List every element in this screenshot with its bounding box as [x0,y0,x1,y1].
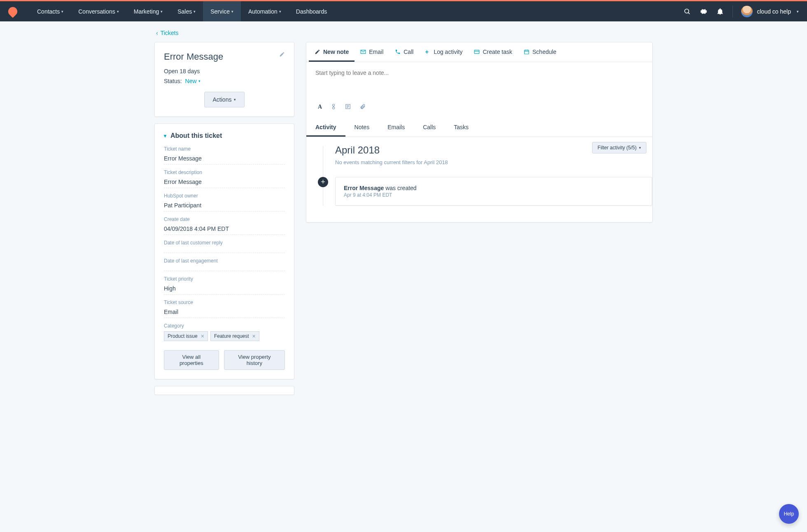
tab-label: New note [323,49,349,55]
nav-actions: cloud co help ▾ [683,6,799,17]
prop-label: Create date [164,216,285,222]
nav-dashboards[interactable]: Dashboards [289,1,335,21]
prop-create-date: Create date 04/09/2018 4:04 PM EDT [164,216,285,235]
prop-owner: HubSpot owner Pat Participant [164,193,285,211]
chevron-down-icon: ▾ [198,79,201,83]
nav-items: Contacts▾ Conversations▾ Marketing▾ Sale… [30,1,334,21]
tab-call[interactable]: Call [389,42,419,62]
event-time: Apr 9 at 4:04 PM EDT [344,192,644,198]
view-all-properties-button[interactable]: View all properties [164,350,219,370]
prop-label: Ticket name [164,146,285,152]
close-icon[interactable]: × [201,333,204,339]
prop-value[interactable] [164,247,285,253]
nav-marketing[interactable]: Marketing▾ [126,1,170,21]
event-action: was created [384,185,416,191]
tab-label: Schedule [532,49,556,55]
ticket-title: Error Message [164,51,285,62]
text-format-icon[interactable]: A [318,104,322,110]
status-label: Status: [164,78,182,84]
nav-sales[interactable]: Sales▾ [170,1,203,21]
back-link[interactable]: ‹ Tickets [156,30,653,36]
prop-value[interactable] [164,265,285,271]
tab-email[interactable]: Email [355,42,389,62]
link-icon[interactable] [331,104,336,110]
plus-icon[interactable]: + [318,177,328,187]
chevron-down-icon: ▾ [231,9,233,14]
actions-button[interactable]: Actions ▾ [204,92,245,107]
account-menu[interactable]: cloud co help ▾ [741,6,799,17]
plus-icon: + [425,48,431,55]
prop-value[interactable]: Pat Participant [164,200,285,211]
tab-create-task[interactable]: Create task [468,42,518,62]
divider [732,6,733,17]
subtab-emails[interactable]: Emails [378,118,414,137]
top-nav: Contacts▾ Conversations▾ Marketing▾ Sale… [0,1,807,21]
chevron-down-icon: ▾ [164,133,166,139]
prop-label: Category [164,323,285,329]
sub-tabs: Activity Notes Emails Calls Tasks [306,118,652,137]
category-tag: Product issue × [164,331,208,341]
tab-label: Log activity [434,49,462,55]
note-icon [315,49,320,55]
nav-label: Sales [177,8,192,15]
subtab-notes[interactable]: Notes [345,118,379,137]
prop-label: HubSpot owner [164,193,285,199]
bell-icon[interactable] [716,7,724,16]
help-label: Help [784,511,794,517]
chevron-down-icon: ▾ [61,9,63,14]
pencil-icon[interactable] [279,51,285,57]
close-icon[interactable]: × [252,333,256,339]
svg-point-0 [685,9,689,13]
envelope-icon [360,49,366,54]
prop-value[interactable]: Error Message [164,177,285,188]
about-toggle[interactable]: ▾ About this ticket [164,132,285,139]
collapsed-card[interactable] [154,386,294,395]
prop-ticket-description: Ticket description Error Message [164,170,285,188]
chevron-down-icon: ▾ [279,9,281,14]
tab-new-note[interactable]: New note [309,42,355,62]
status-dropdown[interactable]: New ▾ [185,78,201,84]
chevron-down-icon: ▾ [797,9,799,14]
nav-label: Service [210,8,230,15]
status-row: Status: New ▾ [164,78,285,84]
tab-log-activity[interactable]: + Log activity [419,42,468,62]
attachment-icon[interactable] [360,104,366,110]
prop-value[interactable]: High [164,283,285,295]
prop-category: Category Product issue × Feature request… [164,323,285,341]
hubspot-logo-icon[interactable] [6,5,19,18]
gear-icon[interactable] [700,7,708,16]
prop-priority: Ticket priority High [164,276,285,295]
prop-value[interactable]: Email [164,307,285,318]
prop-label: Ticket priority [164,276,285,282]
view-property-history-button[interactable]: View property history [224,350,285,370]
snippet-icon[interactable] [345,104,351,110]
event-card[interactable]: Error Message was created Apr 9 at 4:04 … [335,177,652,206]
timeline: Filter activity (5/5) ▾ April 2018 No ev… [306,137,652,222]
prop-source: Ticket source Email [164,300,285,318]
subtab-calls[interactable]: Calls [414,118,445,137]
nav-service[interactable]: Service▾ [203,1,241,21]
nav-conversations[interactable]: Conversations▾ [71,1,126,21]
nav-label: Marketing [134,8,159,15]
search-icon[interactable] [683,7,691,16]
tab-schedule[interactable]: Schedule [518,42,562,62]
event-subject: Error Message [344,185,384,191]
prop-value[interactable]: 04/09/2018 4:04 PM EDT [164,224,285,235]
subtab-activity[interactable]: Activity [306,118,345,137]
chevron-down-icon: ▾ [234,98,236,102]
action-tabs: New note Email Call [306,42,652,62]
tab-label: Call [404,49,413,55]
about-card: ▾ About this ticket Ticket name Error Me… [154,123,294,379]
status-value: New [185,78,197,84]
nav-contacts[interactable]: Contacts▾ [30,1,71,21]
no-events-text: No events matching current filters for A… [335,159,652,165]
prop-value[interactable]: Error Message [164,153,285,165]
note-input[interactable] [315,70,643,99]
prop-label: Ticket description [164,170,285,175]
timeline-month: April 2018 [335,144,652,156]
chevron-left-icon: ‹ [156,30,158,36]
nav-automation[interactable]: Automation▾ [241,1,289,21]
help-button[interactable]: Help [779,504,799,524]
subtab-tasks[interactable]: Tasks [445,118,478,137]
prop-last-reply: Date of last customer reply [164,240,285,253]
